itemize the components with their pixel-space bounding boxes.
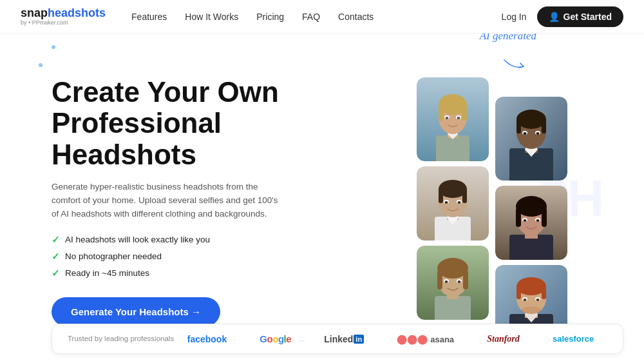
svg-point-48	[536, 132, 540, 135]
person-icon: 👤	[549, 12, 560, 22]
logo-asana: ⬤⬤⬤ asana	[397, 334, 454, 344]
svg-rect-31	[463, 270, 468, 289]
generate-button[interactable]: Generate Your Headshots →	[52, 297, 220, 326]
hero-right: SH AI generated	[361, 34, 623, 363]
col-right-photos	[495, 97, 567, 339]
logo-sub: by • PPmaker.com	[21, 19, 106, 26]
hero-title: Create Your Own Professional Headshots	[52, 77, 361, 170]
svg-point-12	[457, 117, 460, 119]
svg-rect-54	[516, 208, 521, 227]
get-started-button[interactable]: 👤 Get Started	[537, 6, 623, 27]
feature-1: ✓ AI headshots will look exactly like yo…	[52, 234, 361, 246]
svg-rect-19	[439, 189, 443, 203]
svg-rect-44	[542, 119, 546, 133]
svg-point-58	[524, 219, 527, 222]
features-list: ✓ AI headshots will look exactly like yo…	[52, 234, 361, 279]
svg-rect-55	[542, 208, 547, 227]
photo-3	[417, 166, 489, 240]
logo-snap: snap	[21, 7, 48, 19]
photo-2	[495, 97, 567, 181]
photo-5	[417, 246, 489, 320]
svg-rect-67	[542, 286, 546, 299]
svg-point-24	[458, 201, 461, 204]
svg-rect-20	[462, 189, 467, 203]
logo-text: snapheadshots	[21, 7, 106, 19]
svg-point-34	[445, 280, 448, 283]
nav-actions: Log In 👤 Get Started	[502, 6, 623, 27]
nav-contacts[interactable]: Contacts	[338, 12, 374, 22]
svg-point-72	[536, 299, 540, 301]
logo-stanford: Stanford	[487, 334, 520, 344]
main-content: Create Your Own Professional Headshots G…	[0, 34, 644, 363]
ai-arrow-icon	[501, 57, 527, 76]
check-icon-3: ✓	[52, 268, 60, 279]
svg-point-11	[446, 117, 449, 119]
hero-description: Generate hyper-realistic business headsh…	[52, 181, 283, 221]
photo-1	[417, 77, 489, 161]
navbar: snapheadshots by • PPmaker.com Features …	[0, 0, 644, 34]
svg-point-68	[522, 306, 541, 314]
svg-rect-26	[435, 296, 471, 320]
feature-3: ✓ Ready in ~45 minutes	[52, 268, 361, 279]
feature-2: ✓ No photographer needed	[52, 251, 361, 262]
login-button[interactable]: Log In	[502, 12, 527, 22]
nav-faq[interactable]: FAQ	[302, 12, 320, 22]
dot-2	[39, 63, 43, 67]
svg-point-71	[524, 299, 527, 301]
logo-head: headshots	[48, 7, 106, 19]
svg-point-59	[536, 219, 540, 222]
logos-banner: Trusted by leading professionals faceboo…	[52, 324, 623, 354]
svg-rect-43	[516, 119, 521, 133]
svg-point-23	[445, 201, 448, 204]
svg-point-35	[458, 280, 461, 283]
logo-google: Google	[260, 333, 291, 344]
svg-rect-66	[516, 286, 521, 299]
logos-row: facebook Google Linkedin ⬤⬤⬤ asana Stanf…	[174, 333, 607, 344]
logo-linkedin: Linkedin	[324, 334, 364, 344]
nav-features[interactable]: Features	[131, 12, 167, 22]
logo-salesforce: salesforce	[553, 334, 594, 344]
logo[interactable]: snapheadshots by • PPmaker.com	[21, 7, 106, 26]
svg-point-47	[524, 132, 527, 135]
nav-pricing[interactable]: Pricing	[256, 12, 284, 22]
nav-how-it-works[interactable]: How It Works	[185, 12, 238, 22]
col-left-photos	[417, 77, 489, 320]
svg-rect-7	[439, 104, 444, 121]
photo-4	[495, 186, 567, 260]
photos-container	[417, 77, 567, 339]
svg-rect-30	[437, 270, 442, 289]
nav-links: Features How It Works Pricing FAQ Contac…	[131, 12, 502, 22]
svg-rect-8	[462, 104, 467, 121]
logo-facebook: facebook	[187, 334, 227, 344]
check-icon-2: ✓	[52, 251, 60, 262]
trusted-label: Trusted by leading professionals	[68, 334, 174, 344]
hero-left: Create Your Own Professional Headshots G…	[52, 34, 361, 363]
check-icon-1: ✓	[52, 234, 60, 246]
ai-annotation: AI generated	[480, 34, 536, 43]
dot-1	[52, 45, 55, 49]
